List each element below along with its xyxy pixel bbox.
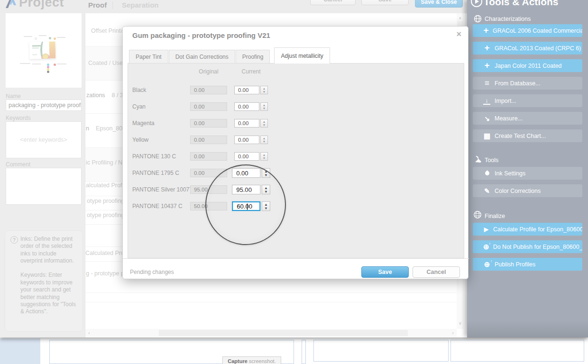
test-chart-icon bbox=[481, 132, 493, 140]
dialog-tab[interactable]: Adjust metallicity bbox=[274, 47, 330, 64]
ink-drop-icon bbox=[481, 170, 493, 177]
spinner-down-icon[interactable]: ▼ bbox=[263, 123, 266, 127]
spinner-up-icon[interactable]: ▲ bbox=[263, 136, 266, 140]
ink-label: PANTONE 1795 C bbox=[132, 170, 179, 176]
spinner-down-icon[interactable]: ▼ bbox=[263, 156, 266, 160]
section-label-finalize: Finalize bbox=[485, 213, 505, 219]
sidebar-action-button[interactable]: Color Corrections bbox=[473, 184, 582, 197]
sidebar-action-label: Create Test Chart... bbox=[495, 133, 546, 139]
dialog-tab[interactable]: Dot Gain Corrections bbox=[169, 50, 235, 64]
original-value-field: 0.00 bbox=[190, 102, 227, 111]
sidebar-action-label: Calculate Profile for Epson_80600_J... bbox=[493, 226, 582, 233]
dialog-tabs: Paper Tint Dot Gain Corrections Proofing… bbox=[129, 47, 331, 64]
capture-screenshot-label: screenshot. bbox=[249, 358, 276, 364]
column-header-original: Original bbox=[190, 68, 227, 75]
dialog-save-button[interactable]: Save bbox=[361, 266, 409, 278]
sidebar-action-button[interactable]: Measure... bbox=[473, 112, 582, 125]
play-icon bbox=[481, 226, 492, 233]
column-header-current: Current bbox=[234, 68, 268, 75]
table-row: PANTONE 10437 C 50.00 60.00 ▲ ▼ bbox=[123, 198, 459, 214]
sidebar-action-label: Import... bbox=[495, 98, 516, 104]
section-label-characterizations: Characterizations bbox=[485, 16, 531, 22]
current-value-input[interactable]: 0.00 bbox=[234, 136, 259, 144]
sidebar-action-label: GRACoL 2013 Coated (CRPC 6) bbox=[495, 45, 581, 52]
current-value-input[interactable]: 0.00 bbox=[234, 102, 259, 111]
spinner-up-icon[interactable]: ▲ bbox=[263, 103, 266, 107]
plus-icon bbox=[481, 45, 493, 52]
table-row: PANTONE 130 C 0.00 0.00 ▲ ▼ bbox=[123, 148, 459, 164]
background-page-panel bbox=[450, 340, 584, 362]
table-row: Yellow 0.00 0.00 ▲ ▼ bbox=[123, 131, 459, 148]
ink-label: PANTONE 10437 C bbox=[132, 203, 183, 209]
current-value-input[interactable]: 0.00 bbox=[234, 119, 259, 127]
tools-actions-title: Tools & Actions bbox=[484, 0, 559, 8]
section-label-tools: Tools bbox=[485, 157, 498, 164]
value-spinner[interactable]: ▲ ▼ bbox=[260, 86, 268, 94]
original-value-field: 0.00 bbox=[190, 119, 227, 127]
sidebar-action-button[interactable]: GRACoL 2006 Coated Commercial Sh... bbox=[473, 24, 582, 37]
sidebar-action-button[interactable]: From Database... bbox=[473, 77, 582, 90]
ink-metallicity-table: Black 0.00 0.00 ▲ ▼ bbox=[123, 82, 459, 214]
spinner-down-icon[interactable]: ▼ bbox=[263, 140, 266, 143]
sidebar-action-label: Publish Profiles bbox=[495, 261, 535, 268]
sidebar-action-button[interactable]: Ink Settings bbox=[473, 167, 582, 180]
value-spinner[interactable]: ▲ ▼ bbox=[260, 119, 268, 127]
finalize-icon bbox=[473, 210, 482, 219]
tools-icon bbox=[474, 155, 482, 163]
value-spinner[interactable]: ▲ ▼ bbox=[260, 102, 268, 111]
spinner-down-icon[interactable]: ▼ bbox=[263, 90, 266, 93]
dialog-tab[interactable]: Paper Tint bbox=[129, 50, 168, 64]
tools-actions-panel: Tools & Actions Characterizations GRACoL… bbox=[467, 0, 588, 337]
spinner-up-icon[interactable]: ▲ bbox=[263, 153, 266, 156]
sidebar-action-button[interactable]: Japan Color 2011 Coated bbox=[473, 59, 582, 72]
original-value-field: 0.00 bbox=[190, 152, 227, 161]
current-value-input[interactable]: 0.00 bbox=[234, 152, 259, 161]
value-spinner[interactable]: ▲ ▼ bbox=[260, 136, 268, 144]
screen: Capture screenshot. Project Proof Separa… bbox=[0, 0, 588, 364]
tools-actions-icon bbox=[470, 0, 483, 8]
spinner-down-icon[interactable]: ▼ bbox=[263, 107, 266, 110]
dialog-tab[interactable]: Proofing bbox=[236, 50, 270, 64]
sidebar-action-label: GRACoL 2006 Coated Commercial Sh... bbox=[493, 27, 582, 34]
value-spinner[interactable]: ▲ ▼ bbox=[260, 152, 268, 161]
sidebar-action-label: Japan Color 2011 Coated bbox=[495, 63, 562, 69]
ink-label: Magenta bbox=[132, 120, 155, 127]
sidebar-action-label: Do Not Publish for Epson_80600_Jet... bbox=[493, 244, 582, 250]
spinner-up-icon[interactable]: ▲ bbox=[263, 87, 266, 90]
ink-label: PANTONE 130 C bbox=[132, 153, 176, 160]
footer-divider bbox=[123, 258, 469, 259]
spinner-up-icon[interactable]: ▲ bbox=[263, 120, 266, 123]
background-page-divider bbox=[302, 340, 306, 364]
ink-label: Black bbox=[132, 87, 146, 93]
sidebar-action-button[interactable]: Calculate Profile for Epson_80600_J... bbox=[473, 223, 582, 236]
background-page-panel: Capture screenshot. bbox=[49, 340, 294, 364]
ink-label: PANTONE Silver 10077 C bbox=[132, 186, 198, 193]
table-row: PANTONE 1795 C 0.00 0.00 ▲ ▼ bbox=[123, 164, 459, 181]
plus-icon bbox=[481, 27, 491, 35]
database-icon bbox=[481, 79, 493, 88]
table-row: Black 0.00 0.00 ▲ ▼ bbox=[123, 82, 459, 98]
sidebar-action-label: Ink Settings bbox=[495, 170, 525, 177]
dialog-title: Gum packaging - prototype proofing V21 bbox=[132, 31, 270, 39]
original-value-field: 0.00 bbox=[190, 136, 227, 144]
sidebar-action-button[interactable]: Create Test Chart... bbox=[473, 129, 582, 142]
sidebar-action-button[interactable]: Import... bbox=[473, 94, 582, 107]
app-window: Project Proof Separation Cancel Save Sav… bbox=[0, 0, 588, 337]
sidebar-action-button[interactable]: Publish Profiles bbox=[473, 258, 582, 271]
current-value-input[interactable]: 0.00 bbox=[234, 86, 259, 94]
ink-label: Cyan bbox=[132, 103, 146, 110]
capture-screenshot-button[interactable]: Capture screenshot. bbox=[222, 356, 281, 364]
sidebar-action-button[interactable]: GRACoL 2013 Coated (CRPC 6) bbox=[473, 42, 582, 55]
table-row: PANTONE Silver 10077 C 95.00 95.00 ▲ bbox=[123, 181, 459, 198]
background-page-blue-block bbox=[0, 338, 40, 364]
sidebar-action-button[interactable]: Do Not Publish for Epson_80600_Jet... bbox=[473, 240, 582, 253]
ink-label: Yellow bbox=[132, 136, 148, 143]
capture-screenshot-label-bold: Capture bbox=[228, 358, 248, 364]
characterizations-icon bbox=[474, 15, 482, 23]
table-row: Magenta 0.00 0.00 ▲ ▼ bbox=[123, 115, 459, 131]
background-page-panel bbox=[313, 340, 449, 362]
plus-icon bbox=[481, 62, 493, 70]
close-icon[interactable]: × bbox=[456, 29, 461, 39]
dialog-cancel-button[interactable]: Cancel bbox=[413, 266, 460, 278]
original-value-field: 0.00 bbox=[190, 86, 227, 94]
